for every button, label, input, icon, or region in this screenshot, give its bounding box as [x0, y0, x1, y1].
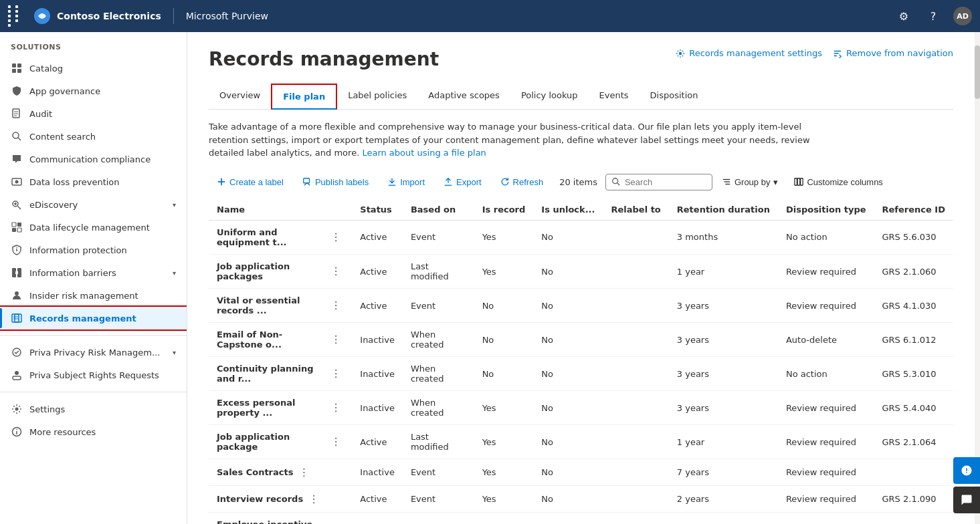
- col-is-record[interactable]: Is record: [474, 199, 534, 221]
- table-row[interactable]: Excess personal property ... ⋮ Inactive …: [209, 391, 953, 425]
- create-label-button[interactable]: Create a label: [209, 173, 292, 191]
- export-button[interactable]: Export: [435, 173, 490, 191]
- settings-icon[interactable]: ⚙: [894, 7, 913, 25]
- table-row[interactable]: Email of Non-Capstone o... ⋮ Inactive Wh…: [209, 323, 953, 357]
- table-row[interactable]: Job application package ⋮ Active Last mo…: [209, 425, 953, 459]
- publish-labels-button[interactable]: Publish labels: [294, 173, 377, 191]
- customize-columns-button[interactable]: Customize columns: [787, 173, 889, 191]
- refresh-icon: [500, 177, 510, 186]
- col-relabel-to[interactable]: Relabel to: [603, 199, 668, 221]
- plus-icon: [217, 177, 226, 186]
- sidebar-item-ediscovery[interactable]: eDiscovery ▾: [0, 193, 187, 216]
- cell-disposition-type: Review required: [778, 425, 874, 459]
- sidebar-item-info-barriers[interactable]: Information barriers ▾: [0, 261, 187, 284]
- svg-point-44: [613, 178, 618, 184]
- sidebar-item-data-lifecycle[interactable]: Data lifecycle management: [0, 216, 187, 239]
- page-header: Records management Records management se…: [209, 48, 953, 70]
- import-button[interactable]: Import: [379, 173, 433, 191]
- col-disposition-type[interactable]: Disposition type: [778, 199, 874, 221]
- col-is-unlock[interactable]: Is unlock...: [533, 199, 603, 221]
- sidebar-item-settings[interactable]: Settings: [0, 398, 187, 420]
- cell-relabel-to: [603, 513, 668, 525]
- chat-fab[interactable]: [953, 487, 980, 513]
- search-box[interactable]: [605, 174, 712, 190]
- sidebar-item-content-search[interactable]: Content search: [0, 125, 187, 148]
- tab-file-plan[interactable]: File plan: [271, 84, 337, 110]
- scrollbar-thumb[interactable]: [975, 45, 980, 99]
- svg-line-45: [617, 183, 620, 186]
- sidebar-item-app-governance[interactable]: App governance: [0, 80, 187, 102]
- sidebar-item-info-protection[interactable]: Information protection: [0, 239, 187, 261]
- col-name[interactable]: Name: [209, 199, 352, 221]
- table-row[interactable]: Uniform and equipment t... ⋮ Active Even…: [209, 220, 953, 255]
- sidebar-item-label: Data lifecycle management: [29, 223, 176, 233]
- sidebar-item-dlp[interactable]: Data loss prevention: [0, 170, 187, 193]
- svg-rect-28: [15, 314, 21, 322]
- table-row[interactable]: Job application packages ⋮ Active Last m…: [209, 255, 953, 289]
- sidebar-item-records-management[interactable]: Records management: [0, 307, 187, 330]
- sidebar-item-priva-privacy[interactable]: Priva Privacy Risk Managem... ▾: [0, 341, 187, 364]
- topnav-divider: [173, 8, 174, 24]
- logo-area: Contoso Electronics: [33, 7, 161, 25]
- svg-point-9: [13, 132, 19, 138]
- table-row[interactable]: Employee incentive awar... ⋮ Inactive Ev…: [209, 513, 953, 525]
- cell-disposition-type: No action: [778, 220, 874, 255]
- header-actions: Records management settings Remove from …: [676, 48, 953, 58]
- shield-icon: [11, 85, 23, 97]
- col-reference-id[interactable]: Reference ID: [874, 199, 953, 221]
- chat-icon: [11, 153, 23, 165]
- tab-overview[interactable]: Overview: [209, 84, 271, 110]
- learn-more-link[interactable]: Learn about using a file plan: [362, 148, 486, 158]
- sidebar-item-comm-compliance[interactable]: Communication compliance: [0, 148, 187, 170]
- col-status[interactable]: Status: [352, 199, 403, 221]
- help-icon[interactable]: ?: [924, 7, 943, 25]
- svg-rect-3: [12, 69, 16, 73]
- row-menu-icon[interactable]: ⋮: [328, 367, 344, 380]
- row-menu-icon[interactable]: ⋮: [328, 401, 344, 414]
- tab-disposition[interactable]: Disposition: [640, 84, 709, 110]
- cell-relabel-to: [603, 255, 668, 289]
- row-menu-icon[interactable]: ⋮: [328, 333, 344, 346]
- cell-is-record: No: [474, 513, 534, 525]
- table-row[interactable]: Sales Contracts ⋮ Inactive Event Yes No …: [209, 459, 953, 486]
- tab-label-policies[interactable]: Label policies: [337, 84, 417, 110]
- table-row[interactable]: Continuity planning and r... ⋮ Inactive …: [209, 357, 953, 391]
- sidebar-item-more-resources[interactable]: More resources: [0, 420, 187, 443]
- sidebar-item-catalog[interactable]: Catalog: [0, 57, 187, 80]
- settings-link[interactable]: Records management settings: [676, 48, 822, 58]
- tab-adaptive-scopes[interactable]: Adaptive scopes: [417, 84, 510, 110]
- dlp-icon: [11, 176, 23, 188]
- sidebar-item-audit[interactable]: Audit: [0, 102, 187, 125]
- row-menu-icon[interactable]: ⋮: [306, 493, 322, 505]
- table-row[interactable]: Vital or essential records ... ⋮ Active …: [209, 289, 953, 323]
- table-row[interactable]: Interview records ⋮ Active Event Yes No …: [209, 486, 953, 513]
- cell-reference-id: GRS 4.1.030: [874, 289, 953, 323]
- avatar[interactable]: AD: [953, 7, 972, 25]
- row-menu-icon[interactable]: ⋮: [328, 299, 344, 311]
- feedback-fab[interactable]: [953, 457, 980, 484]
- app-launcher-icon[interactable]: [8, 5, 21, 27]
- remove-from-nav-link[interactable]: Remove from navigation: [833, 48, 953, 58]
- sidebar-item-label: Catalog: [29, 63, 176, 74]
- tab-events[interactable]: Events: [589, 84, 640, 110]
- sidebar-item-priva-subject[interactable]: Priva Subject Rights Requests: [0, 364, 187, 386]
- refresh-button[interactable]: Refresh: [492, 173, 552, 191]
- cell-retention-duration: 1 year: [669, 255, 778, 289]
- cell-reference-id: GRS 2.2.030: [874, 513, 953, 525]
- svg-rect-25: [15, 271, 18, 274]
- row-menu-icon[interactable]: ⋮: [328, 435, 344, 448]
- cell-relabel-to: [603, 220, 668, 255]
- scrollbar-track[interactable]: [975, 32, 980, 524]
- row-menu-icon[interactable]: ⋮: [328, 265, 344, 277]
- svg-rect-51: [801, 178, 803, 186]
- col-retention-duration[interactable]: Retention duration: [669, 199, 778, 221]
- row-menu-icon[interactable]: ⋮: [296, 466, 312, 479]
- search-input[interactable]: [625, 177, 705, 187]
- row-menu-icon[interactable]: ⋮: [328, 231, 344, 243]
- cell-relabel-to: [603, 357, 668, 391]
- group-by-button[interactable]: Group by ▾: [715, 173, 785, 191]
- svg-point-34: [15, 408, 19, 411]
- sidebar-item-insider-risk[interactable]: Insider risk management: [0, 284, 187, 307]
- col-based-on[interactable]: Based on: [403, 199, 474, 221]
- tab-policy-lookup[interactable]: Policy lookup: [510, 84, 589, 110]
